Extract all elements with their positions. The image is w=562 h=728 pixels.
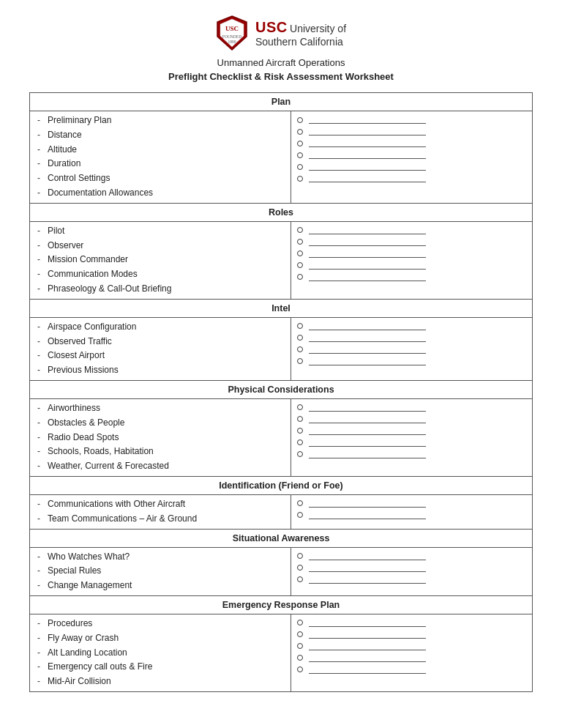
fill-line[interactable] [309,509,426,519]
section-header-6: Emergency Response Plan [30,595,533,614]
circle-icon [297,631,303,637]
fill-line[interactable] [309,664,426,674]
circle-icon [297,643,303,649]
section-left-1: -Pilot-Observer-Mission Commander-Commun… [30,221,291,299]
circle-icon [297,500,303,506]
circle-icon [297,129,303,135]
check-row [297,640,526,650]
fill-line[interactable] [309,448,426,458]
section-left-4: -Communications with Other Aircraft-Team… [30,494,291,529]
fill-line[interactable] [309,497,426,508]
section-content-4: -Communications with Other Aircraft-Team… [30,494,533,529]
section-right-1 [291,221,533,299]
check-row [297,401,526,412]
fill-line[interactable] [309,172,426,182]
fill-line[interactable] [309,550,426,560]
fill-line[interactable] [309,137,426,147]
fill-line[interactable] [309,628,426,639]
circle-icon [297,239,303,245]
dash-icon: - [37,239,45,253]
check-row [297,149,526,159]
fill-line[interactable] [309,125,426,135]
check-row [297,114,526,124]
section-left-3: -Airworthiness-Obstacles & People-Radio … [30,398,291,476]
fill-line[interactable] [309,401,426,412]
fill-line[interactable] [309,332,426,342]
section-content-3: -Airworthiness-Obstacles & People-Radio … [30,398,533,476]
item-label: Altitude [48,143,77,157]
check-row [297,160,526,171]
list-item: -Documentation Allowances [37,186,286,201]
fill-line[interactable] [309,114,426,124]
list-item: -Mid-Air Collision [37,675,286,689]
item-label: Alt Landing Location [48,646,127,661]
section-content-1: -Pilot-Observer-Mission Commander-Commun… [30,221,533,299]
dash-icon: - [37,675,45,689]
dash-icon: - [37,143,45,157]
section-title-6: Emergency Response Plan [30,595,533,614]
item-label: Preliminary Plan [48,114,111,128]
fill-line[interactable] [309,224,426,234]
section-header-0: Plan [30,93,533,111]
section-left-5: -Who Watches What?-Special Rules-Change … [30,547,291,595]
check-row [297,573,526,584]
fill-line[interactable] [309,259,426,270]
section-title-4: Identification (Friend or Foe) [30,476,533,494]
section-title-3: Physical Considerations [30,380,533,398]
fill-line[interactable] [309,573,426,584]
fill-line[interactable] [309,652,426,662]
dash-icon: - [37,335,45,349]
item-label: Documentation Allowances [48,186,153,201]
list-item: -Communications with Other Aircraft [37,497,286,512]
list-item: -Control Settings [37,171,286,186]
circle-icon [297,620,303,625]
svg-text:FOUNDED: FOUNDED [222,34,241,39]
item-label: Weather, Current & Forecasted [48,459,169,474]
section-left-6: -Procedures-Fly Away or Crash-Alt Landin… [30,614,291,691]
check-row [297,628,526,639]
item-label: Observer [48,239,83,253]
item-label: Control Settings [48,171,110,186]
fill-line[interactable] [309,160,426,171]
usc-shield-icon: USC FOUNDED 1880 [216,15,248,51]
fill-line[interactable] [309,343,426,354]
fill-line[interactable] [309,271,426,281]
item-label: Mid-Air Collision [48,675,111,689]
dash-icon: - [37,282,45,297]
list-item: -Closest Airport [37,349,286,363]
fill-line[interactable] [309,248,426,258]
fill-line[interactable] [309,437,426,447]
fill-line[interactable] [309,562,426,572]
section-left-2: -Airspace Configuration-Observed Traffic… [30,317,291,380]
usc-fullname-line2: Southern California [255,36,346,48]
circle-icon [297,428,303,434]
dash-icon: - [37,617,45,631]
fill-line[interactable] [309,425,426,435]
fill-line[interactable] [309,236,426,246]
item-label: Phraseology & Call-Out Briefing [48,282,171,297]
circle-icon [297,164,303,170]
section-header-4: Identification (Friend or Foe) [30,476,533,494]
circle-icon [297,358,303,364]
item-label: Distance [48,128,82,143]
item-label: Observed Traffic [48,335,112,349]
svg-text:USC: USC [225,25,239,32]
fill-line[interactable] [309,149,426,159]
fill-line[interactable] [309,320,426,330]
dash-icon: - [37,128,45,143]
fill-line[interactable] [309,355,426,365]
check-row [297,271,526,281]
list-item: -Who Watches What? [37,550,286,565]
dash-icon: - [37,459,45,474]
item-label: Mission Commander [48,253,128,267]
fill-line[interactable] [309,617,426,627]
check-row [297,509,526,519]
dash-icon: - [37,416,45,431]
item-label: Schools, Roads, Habitation [48,445,154,459]
check-row [297,259,526,270]
dash-icon: - [37,646,45,661]
fill-line[interactable] [309,413,426,423]
dash-icon: - [37,564,45,579]
fill-line[interactable] [309,640,426,650]
section-title-0: Plan [30,93,533,111]
